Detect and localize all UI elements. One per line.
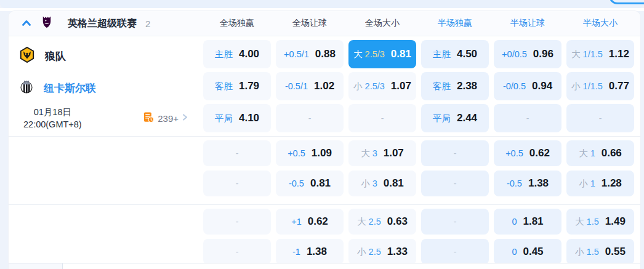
odds-cell-empty: - <box>348 104 416 132</box>
odds-value: 1.38 <box>307 246 327 258</box>
odds-cell[interactable]: 大1.51.49 <box>566 209 634 235</box>
odds-value: 0.45 <box>523 246 543 258</box>
over-under-line: 2.5/3 <box>365 49 385 59</box>
odds-value: 0.63 <box>387 215 408 228</box>
odds-cell-empty: - <box>566 104 634 132</box>
league-match-count: 2 <box>145 18 150 29</box>
main-odds-section: 狼队 纽卡斯尔联 <box>9 36 640 136</box>
odds-cell[interactable]: 小1.50.55 <box>566 239 634 265</box>
odds-cell[interactable]: -0.51.38 <box>494 171 561 196</box>
odds-label: 大2.5 <box>357 216 381 228</box>
odds-value: 2.38 <box>457 80 477 92</box>
odds-cell[interactable]: +10.62 <box>276 209 344 235</box>
odds-label: 大1/1.5 <box>571 49 603 60</box>
over-under-line: 1 <box>590 148 595 158</box>
odds-cell[interactable]: 大2.50.63 <box>348 209 416 235</box>
odds-cell-selected[interactable]: 大2.5/30.81 <box>348 40 416 68</box>
odds-cell-empty: - <box>203 209 271 235</box>
over-under-line: 2.5/3 <box>365 81 385 91</box>
odds-value: 0.77 <box>609 80 629 92</box>
odds-cell[interactable]: +0.51.09 <box>276 140 344 166</box>
odds-cell[interactable]: 大10.66 <box>566 140 634 166</box>
odds-cell[interactable]: 客胜1.79 <box>203 72 271 100</box>
next-section-left-cell <box>9 263 63 269</box>
previous-card-selection-highlight <box>609 0 644 4</box>
over-under-line: 2.5 <box>369 247 381 257</box>
empty-dash: - <box>236 217 239 227</box>
odds-label: 小1 <box>579 178 595 190</box>
alt-odds-rows-2: -+10.62大2.50.63-01.81大1.51.49--11.38小2.5… <box>9 209 640 265</box>
label-column-spacer <box>9 171 198 196</box>
over-under-side: 小 <box>353 81 363 91</box>
odds-row: --0.50.81小30.81--0.51.38小11.28 <box>9 171 640 196</box>
odds-cell[interactable]: 大1/1.51.12 <box>566 40 634 68</box>
more-markets-link[interactable]: 239+ <box>143 111 188 125</box>
odds-cell[interactable]: -0.50.81 <box>276 171 344 196</box>
odds-value: 1.12 <box>609 48 629 60</box>
odds-value: 0.55 <box>605 246 626 258</box>
odds-cell[interactable]: +0/0.50.96 <box>494 40 561 68</box>
odds-label: 小3 <box>361 178 377 190</box>
odds-cell[interactable]: 客胜2.38 <box>421 72 489 100</box>
empty-dash: - <box>454 179 457 188</box>
odds-label: -0.5 <box>289 179 304 188</box>
over-under-side: 小 <box>357 247 366 257</box>
alt-odds-section-2: -+10.62大2.50.63-01.81大1.51.49--11.38小2.5… <box>9 205 640 269</box>
wolves-crest-icon <box>19 47 35 65</box>
empty-dash: - <box>526 113 529 123</box>
empty-dash: - <box>236 179 239 188</box>
odds-cell[interactable]: 01.81 <box>494 209 561 235</box>
odds-label: 客胜 <box>215 81 233 92</box>
odds-label: 小2.5 <box>357 246 381 258</box>
odds-cell[interactable]: 平局2.44 <box>421 104 489 132</box>
odds-label: 小1/1.5 <box>571 81 603 92</box>
odds-cell[interactable]: -0/0.50.94 <box>494 72 561 100</box>
odds-label: +0.5/1 <box>284 49 309 59</box>
odds-cell[interactable]: 小11.28 <box>566 171 634 196</box>
over-under-side: 大 <box>357 217 366 227</box>
odds-label: +0/0.5 <box>502 49 527 59</box>
odds-cell[interactable]: 大31.07 <box>348 140 416 166</box>
odds-cell[interactable]: 主胜4.50 <box>421 40 489 68</box>
odds-cell-empty: - <box>421 140 489 166</box>
odds-value: 0.62 <box>529 147 550 159</box>
match-time: 22:00(GMT+8) <box>23 118 82 130</box>
over-under-line: 1.5 <box>587 247 599 257</box>
over-under-line: 1.5 <box>587 217 599 227</box>
odds-cell[interactable]: -11.38 <box>276 239 344 265</box>
league-header: 英格兰超级联赛 2 全场独赢 全场让球 全场大小 半场独赢 半场让球 半场大小 <box>9 11 640 36</box>
odds-label: +1 <box>291 217 302 227</box>
odds-value: 1.07 <box>384 147 404 159</box>
over-under-side: 大 <box>579 148 588 158</box>
over-under-side: 小 <box>361 179 370 188</box>
odds-cell[interactable]: 小2.51.33 <box>348 239 416 265</box>
odds-cell[interactable]: 小2.5/31.07 <box>348 72 416 100</box>
odds-cell-empty: - <box>494 104 561 132</box>
odds-cell[interactable]: -0.5/11.02 <box>276 72 344 100</box>
odds-cell[interactable]: 00.45 <box>494 239 561 265</box>
odds-cell-empty: - <box>421 209 489 235</box>
odds-label: 小1.5 <box>575 246 599 258</box>
odds-cell[interactable]: +0.5/10.88 <box>276 40 344 68</box>
odds-label: 小2.5/3 <box>353 81 385 92</box>
league-title-group: 英格兰超级联赛 2 <box>9 15 198 31</box>
over-under-side: 小 <box>575 247 584 257</box>
odds-value: 0.62 <box>308 215 328 228</box>
odds-cell[interactable]: 小1/1.50.77 <box>566 72 634 100</box>
empty-dash: - <box>236 247 239 257</box>
empty-dash: - <box>308 113 312 123</box>
collapse-league-button[interactable] <box>20 17 33 30</box>
odds-cell[interactable]: 主胜4.00 <box>203 40 271 68</box>
odds-cell[interactable]: +0.50.62 <box>494 140 561 166</box>
odds-row: -+10.62大2.50.63-01.81大1.51.49 <box>9 209 640 235</box>
more-markets-count: 239+ <box>158 113 179 124</box>
odds-label: -0/0.5 <box>503 81 526 91</box>
over-under-side: 大 <box>571 49 581 59</box>
markets-list-clock-icon <box>143 111 155 125</box>
odds-value: 0.81 <box>391 48 411 60</box>
odds-cell-empty: - <box>203 239 271 265</box>
odds-cell[interactable]: 小30.81 <box>348 171 416 196</box>
over-under-side: 小 <box>571 81 581 91</box>
odds-cell[interactable]: 平局4.10 <box>203 104 271 132</box>
odds-value: 0.88 <box>315 48 336 60</box>
